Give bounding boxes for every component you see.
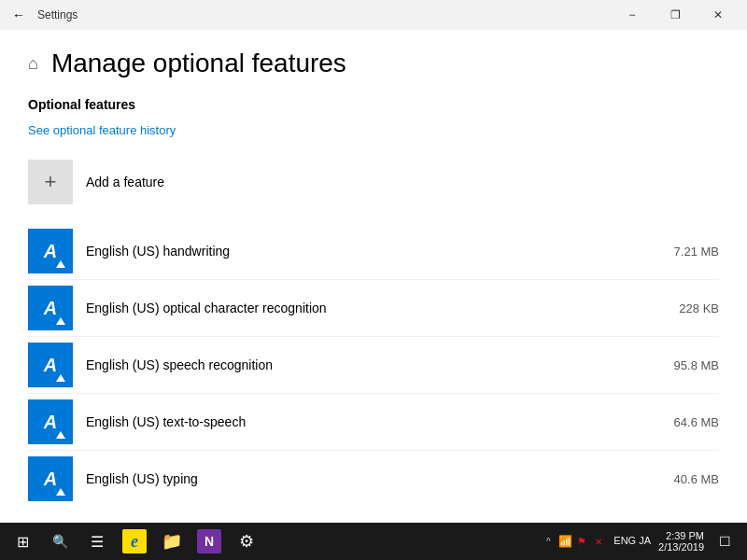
start-button[interactable]: ⊞ [4, 523, 41, 560]
search-icon: 🔍 [52, 534, 68, 549]
window-controls: − ❐ ✕ [611, 0, 740, 30]
feature-name-4: English (US) typing [86, 471, 644, 486]
taskbar-app-internet-explorer[interactable]: e [116, 523, 153, 560]
feature-item[interactable]: English (US) speech recognition 95.8 MB [28, 337, 719, 394]
settings-icon: ⚙ [234, 529, 259, 553]
minimize-button[interactable]: − [611, 0, 654, 30]
feature-size-0: 7.21 MB [644, 245, 719, 259]
feature-icon-3 [28, 399, 73, 444]
internet-explorer-icon: e [122, 529, 147, 553]
add-feature-label: Add a feature [86, 175, 164, 189]
feature-history-link[interactable]: See optional feature history [28, 123, 176, 137]
feature-icon-0 [28, 229, 73, 273]
add-feature-row[interactable]: + Add a feature [28, 156, 719, 208]
feature-item[interactable]: English (US) typing 40.6 MB [28, 451, 719, 507]
home-icon[interactable]: ⌂ [28, 54, 38, 74]
file-explorer-icon: 📁 [160, 529, 184, 553]
page-header: ⌂ Manage optional features [28, 49, 719, 78]
taskbar: ⊞ 🔍 ☰e📁N⚙ ^ 📶 ⚑ ✕ ENG JA 2:39 PM 2/13/20… [0, 523, 747, 560]
x-mark-icon[interactable]: ✕ [591, 534, 606, 549]
language-indicator[interactable]: ENG JA [613, 535, 651, 547]
search-button[interactable]: 🔍 [41, 523, 78, 560]
main-content: ⌂ Manage optional features Optional feat… [0, 30, 747, 523]
taskbar-app-file-explorer[interactable]: 📁 [153, 523, 190, 560]
close-button[interactable]: ✕ [697, 0, 740, 30]
taskbar-apps: ☰e📁N⚙ [78, 523, 541, 560]
feature-list: English (US) handwriting 7.21 MB English… [28, 223, 719, 507]
clock-date: 2/13/2019 [658, 541, 704, 553]
flag-icon[interactable]: ⚑ [574, 534, 589, 549]
feature-size-2: 95.8 MB [644, 358, 719, 372]
network-icon[interactable]: 📶 [557, 534, 572, 549]
restore-button[interactable]: ❐ [654, 0, 697, 30]
feature-icon-2 [28, 343, 73, 387]
feature-name-0: English (US) handwriting [86, 244, 644, 259]
feature-name-2: English (US) speech recognition [86, 357, 644, 372]
taskbar-app-task-view[interactable]: ☰ [78, 523, 116, 560]
taskbar-app-onenote[interactable]: N [190, 523, 228, 560]
feature-icon-4 [28, 456, 73, 501]
task-view-icon: ☰ [85, 529, 109, 553]
feature-size-1: 228 KB [644, 301, 719, 315]
feature-item[interactable]: English (US) text-to-speech 64.6 MB [28, 394, 719, 451]
feature-icon-1 [28, 286, 73, 330]
systray: ^ 📶 ⚑ ✕ [541, 534, 606, 549]
plus-icon: + [45, 170, 57, 194]
titlebar-title: Settings [37, 8, 611, 21]
add-feature-icon: + [28, 160, 73, 204]
section-title: Optional features [28, 97, 719, 112]
clock[interactable]: 2:39 PM 2/13/2019 [658, 530, 704, 553]
feature-size-4: 40.6 MB [644, 472, 719, 486]
feature-name-3: English (US) text-to-speech [86, 414, 644, 429]
titlebar: ← Settings − ❐ ✕ [0, 0, 747, 30]
taskbar-right: ^ 📶 ⚑ ✕ ENG JA 2:39 PM 2/13/2019 ☐ [541, 523, 743, 560]
feature-name-1: English (US) optical character recogniti… [86, 301, 644, 315]
onenote-icon: N [197, 529, 221, 553]
feature-item[interactable]: English (US) handwriting 7.21 MB [28, 223, 719, 280]
back-button[interactable]: ← [7, 4, 30, 26]
notification-button[interactable]: ☐ [712, 523, 738, 560]
taskbar-app-settings[interactable]: ⚙ [228, 523, 265, 560]
clock-time: 2:39 PM [658, 530, 704, 541]
start-icon: ⊞ [17, 533, 29, 551]
chevron-icon[interactable]: ^ [541, 534, 556, 549]
page-title: Manage optional features [51, 49, 346, 78]
notification-icon: ☐ [719, 534, 731, 549]
feature-item[interactable]: English (US) optical character recogniti… [28, 280, 719, 337]
feature-size-3: 64.6 MB [644, 415, 719, 429]
